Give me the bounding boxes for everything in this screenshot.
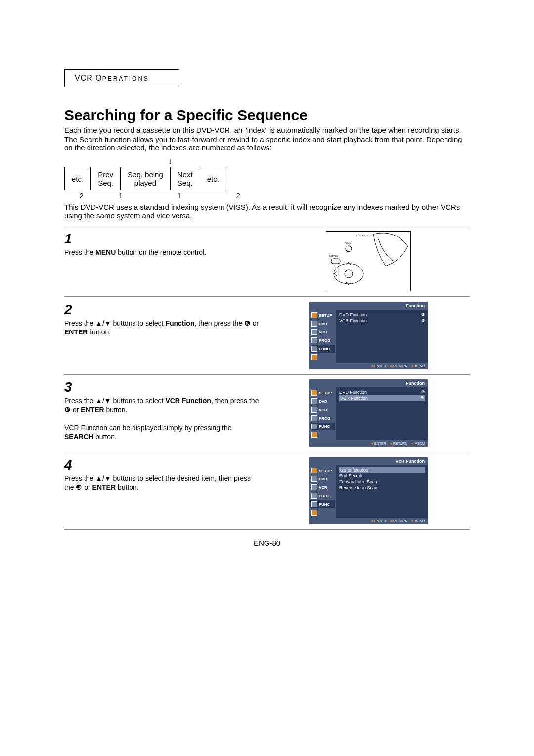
step-2: 2 Press the ▲/▼ buttons to select Functi… [64, 296, 470, 374]
osd-footer: ENTER RETURN MENU [309, 440, 428, 447]
step-4-body: Press the ▲/▼ buttons to select the desi… [64, 474, 262, 492]
svg-point-1 [334, 264, 363, 284]
foot-enter: ENTER [371, 520, 386, 523]
side-dvd: DVD [310, 475, 335, 483]
step-4-text: 4 Press the ▲/▼ buttons to select the de… [64, 457, 267, 524]
side-prog: PROG [310, 414, 335, 422]
step-1-post: button on the remote control. [116, 248, 206, 256]
manual-page: VCR OPERATIONS Searching for a Specific … [44, 0, 490, 567]
seq-num-4: 2 [219, 191, 258, 200]
osd-sidebar: SETUP DVD VCR PROG FUNC [309, 310, 336, 363]
dvd-icon [312, 476, 317, 482]
side-setup: SETUP [310, 311, 335, 319]
step-1-number: 1 [64, 231, 262, 247]
osd-menu-function-2: Function SETUP DVD VCR PROG FUNC DVD Fun… [309, 379, 428, 447]
seq-cell-next: Next Seq. [170, 167, 200, 190]
step-1-figure: TV MUTE VOL MENU [267, 231, 470, 291]
exit-icon [312, 354, 317, 360]
side-setup: SETUP [310, 467, 335, 474]
vcr-icon [312, 329, 317, 335]
osd-sidebar: SETUP DVD VCR PROG FUNC [309, 465, 336, 518]
seq-cell-etc-right: etc. [200, 167, 226, 190]
osd-row-vcrfunc: VCR Function❿ [339, 318, 425, 324]
osd-header: Function [309, 379, 428, 387]
step-1: 1 Press the MENU button on the remote co… [64, 226, 470, 296]
triangle-icon: ❿ [421, 312, 425, 317]
func-icon [312, 424, 317, 429]
setup-icon [312, 312, 317, 318]
step-3-extra-bold: SEARCH [64, 433, 93, 441]
step-2-text: 2 Press the ▲/▼ buttons to select Functi… [64, 302, 267, 369]
foot-enter: ENTER [371, 364, 386, 368]
step-3-body: Press the ▲/▼ buttons to select VCR Func… [64, 396, 262, 441]
osd-row-vcrfunc-selected: VCR Function❿ [339, 395, 425, 401]
step-4-number: 4 [64, 457, 262, 473]
side-exit [310, 431, 335, 439]
step-2-mid: , then press the ❿ or [194, 319, 259, 327]
steps-block: 1 Press the MENU button on the remote co… [64, 226, 470, 530]
seq-num-3: 1 [142, 191, 217, 200]
func-icon [312, 346, 317, 352]
step-4: 4 Press the ▲/▼ buttons to select the de… [64, 452, 470, 529]
step-2-body: Press the ▲/▼ buttons to select Function… [64, 319, 262, 336]
step-3-bold: VCR Function [165, 397, 211, 405]
osd-row-rev: Reverse Intro Scan [339, 485, 425, 491]
step-3-extra-post: button. [93, 433, 117, 441]
seq-num-1: 2 [64, 191, 99, 200]
step-3-text: 3 Press the ▲/▼ buttons to select VCR Fu… [64, 379, 267, 447]
viss-note-text: This DVD-VCR uses a standard indexing sy… [64, 203, 470, 220]
seq-cell-prev: Prev Seq. [91, 167, 121, 190]
side-vcr: VCR [310, 483, 335, 491]
step-3-figure: Function SETUP DVD VCR PROG FUNC DVD Fun… [267, 379, 470, 447]
seq-num-2: 1 [101, 191, 140, 200]
osd-header-vcr: VCR Function [309, 457, 428, 465]
triangle-icon: ❿ [421, 390, 425, 395]
step-2-post: button. [88, 328, 111, 336]
page-title: Searching for a Specific Sequence [64, 107, 470, 124]
step-2-bold2: ENTER [64, 328, 88, 336]
seq-cell-play-b: played [134, 179, 156, 187]
side-prog: PROG [310, 492, 335, 500]
step-4-post: button. [116, 483, 139, 491]
osd-row-fwd: Forward Intro Scan [339, 479, 425, 485]
vol-label: VOL [345, 241, 352, 244]
osd-row-goto: Go to [0:00:00] [339, 467, 425, 473]
step-3-post: button. [104, 406, 128, 414]
prog-icon [312, 493, 317, 499]
side-vcr: VCR [310, 406, 335, 414]
intro-p1: Each time you record a cassette on this … [64, 126, 470, 134]
triangle-icon: ❿ [420, 396, 424, 401]
setup-icon [312, 468, 317, 473]
osd-main: Go to [0:00:00] End Search Forward Intro… [336, 465, 428, 518]
sequence-numbers: 2 1 1 2 [64, 191, 272, 200]
seq-cell-next-a: Next [178, 170, 193, 179]
down-arrow-icon: ↓ [64, 157, 470, 166]
section-label: VCR OPERATIONS [75, 74, 149, 82]
osd-row-dvdfunc: DVD Function❿ [339, 312, 425, 318]
osd-row-endsearch: End Search [339, 473, 425, 479]
side-setup: SETUP [310, 389, 335, 397]
step-1-pre: Press the [64, 248, 95, 256]
sequence-table: etc. Prev Seq. Seq. being played Next Se… [64, 167, 226, 190]
menu-label: MENU [329, 255, 338, 258]
side-exit [310, 509, 335, 517]
side-dvd: DVD [310, 320, 335, 328]
prog-icon [312, 337, 317, 343]
step-3-pre: Press the ▲/▼ buttons to select [64, 397, 165, 405]
remote-svg: TV MUTE VOL MENU [326, 232, 410, 291]
svg-point-2 [345, 270, 353, 278]
step-3-extra-pre: VCR Function can be displayed simply by … [64, 424, 232, 432]
foot-return: RETURN [390, 364, 407, 368]
sequence-diagram: ↓ etc. Prev Seq. Seq. being played Next … [64, 157, 470, 200]
func-icon [312, 501, 317, 507]
osd-main: DVD Function❿ VCR Function❿ [336, 387, 428, 440]
step-2-number: 2 [64, 302, 262, 318]
svg-point-0 [346, 246, 352, 252]
step-1-bold: MENU [95, 248, 116, 256]
side-exit [310, 353, 335, 361]
step-2-figure: Function SETUP DVD VCR PROG FUNC DVD Fun… [267, 302, 470, 369]
svg-rect-3 [331, 259, 340, 264]
viss-note: This DVD-VCR uses a standard indexing sy… [64, 203, 470, 220]
tvmute-label: TV MUTE [356, 234, 369, 237]
side-vcr: VCR [310, 328, 335, 336]
